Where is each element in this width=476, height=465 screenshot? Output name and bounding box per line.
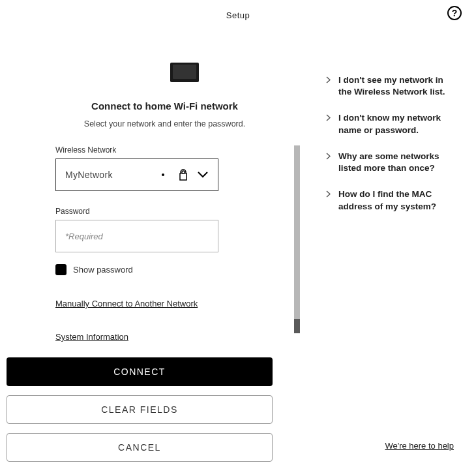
faq-text: I don't know my network name or password…	[338, 112, 453, 136]
chevron-right-icon	[326, 153, 331, 174]
password-input[interactable]	[55, 220, 218, 252]
main-panel: Connect to home Wi-Fi network Select you…	[0, 63, 326, 465]
footer-help-link[interactable]: We're here to help	[385, 441, 454, 451]
form-section: Wireless Network MyNetwork Password Show…	[55, 145, 313, 342]
chevron-right-icon	[326, 76, 331, 98]
faq-item[interactable]: I don't see my network in the Wireless N…	[326, 74, 453, 98]
network-dropdown[interactable]: MyNetwork	[55, 158, 218, 191]
chevron-right-icon	[326, 114, 331, 136]
system-info-link[interactable]: System Information	[55, 332, 290, 342]
network-value: MyNetwork	[65, 170, 162, 180]
chevron-down-icon	[197, 171, 209, 179]
cancel-button[interactable]: CANCEL	[7, 433, 273, 462]
faq-text: Why are some networks listed more than o…	[338, 151, 453, 174]
faq-sidebar: I don't see my network in the Wireless N…	[326, 63, 463, 465]
faq-text: I don't see my network in the Wireless N…	[338, 74, 453, 98]
button-group: CONNECT CLEAR FIELDS CANCEL	[7, 357, 273, 462]
lock-icon	[179, 169, 188, 181]
manual-connect-link[interactable]: Manually Connect to Another Network	[55, 299, 290, 308]
password-label: Password	[55, 207, 290, 216]
faq-item[interactable]: I don't know my network name or password…	[326, 112, 453, 136]
main-subtitle: Select your network and enter the passwo…	[16, 119, 313, 128]
network-label: Wireless Network	[55, 145, 290, 155]
header: Setup ?	[0, 0, 476, 30]
faq-item[interactable]: How do I find the MAC address of my syst…	[326, 188, 453, 212]
connect-button[interactable]: CONNECT	[7, 357, 273, 386]
show-password-label: Show password	[73, 265, 133, 275]
clear-fields-button[interactable]: CLEAR FIELDS	[7, 395, 273, 424]
signal-dot-icon	[162, 173, 164, 176]
help-icon[interactable]: ?	[447, 6, 462, 20]
faq-text: How do I find the MAC address of my syst…	[338, 188, 453, 212]
show-password-checkbox[interactable]	[55, 264, 67, 275]
speaker-icon	[170, 63, 199, 82]
main-heading: Connect to home Wi-Fi network	[16, 100, 313, 112]
scrollbar[interactable]	[294, 145, 300, 333]
faq-item[interactable]: Why are some networks listed more than o…	[326, 151, 453, 174]
page-title: Setup	[226, 10, 250, 20]
chevron-right-icon	[326, 190, 331, 212]
